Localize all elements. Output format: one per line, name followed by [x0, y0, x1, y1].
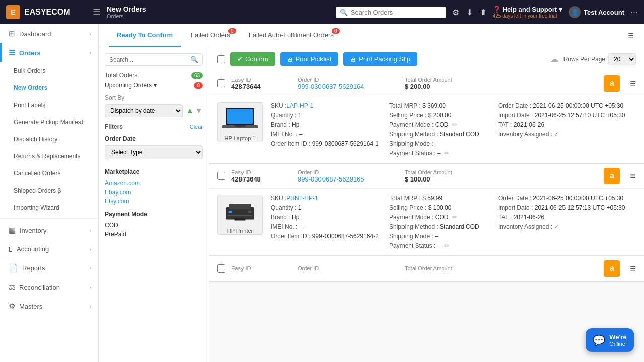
order-2-payment-status: Payment Status : – ✏	[389, 242, 490, 249]
sidebar-item-generate-pickup[interactable]: Generate Pickup Manifest	[0, 114, 98, 131]
order-2-easy-id-value: 42873648	[231, 175, 292, 183]
order-2-selling-price: Selling Price : $ 100.00	[389, 204, 490, 211]
payment-mode-1-edit[interactable]: ✏	[452, 121, 457, 128]
order-2-product-name: HP Printer	[227, 228, 253, 234]
sort-desc-button[interactable]: ▼	[195, 106, 203, 115]
sidebar-item-print-labels[interactable]: Print Labels	[0, 97, 98, 114]
order-1-amount-section: Total Order Amount $ 200.00	[405, 77, 485, 90]
sidebar-item-bulk-orders[interactable]: Bulk Orders	[0, 62, 98, 79]
order-1-amount-label: Total Order Amount	[405, 77, 485, 83]
payment-cod[interactable]: COD	[105, 221, 203, 230]
order-3-checkbox[interactable]	[217, 264, 225, 273]
sidebar-item-reconciliation[interactable]: ⚖ Reconciliation ›	[0, 278, 98, 297]
topbar-more-icon[interactable]: ···	[630, 7, 638, 18]
sidebar-item-cancelled[interactable]: Cancelled Orders	[0, 165, 98, 182]
sidebar-label-reports: Reports	[22, 264, 85, 272]
tabs-menu-icon[interactable]: ≡	[628, 30, 634, 41]
order-1-order-date: Order Date : 2021-06-25 00:00:00 UTC +05…	[498, 102, 625, 109]
order-2-amount-value: $ 100.00	[405, 175, 485, 183]
order-2-menu-icon[interactable]: ≡	[630, 170, 636, 182]
sidebar-label-returns: Returns & Replacements	[14, 153, 91, 160]
sidebar-item-shipped[interactable]: Shipped Orders β	[0, 182, 98, 199]
sidebar-label-importing: Importing Wizard	[14, 204, 91, 211]
order-2-total-mrp: Total MRP : $ 59.99	[389, 195, 490, 202]
print-picklist-button[interactable]: 🖨 Print Picklist	[280, 52, 339, 66]
order-1-selling-price: Selling Price : $ 200.00	[389, 112, 490, 119]
order-1-order-id-link[interactable]: 999-0300687-5629164	[298, 83, 398, 90]
download-icon[interactable]: ⬇	[466, 8, 473, 17]
cloud-icon: ☁	[550, 54, 558, 64]
payment-status-2-edit[interactable]: ✏	[444, 242, 449, 249]
search-input[interactable]	[351, 9, 442, 16]
sidebar-arrow-reconciliation: ›	[89, 284, 91, 290]
sidebar-item-orders[interactable]: ☰ Orders ›	[0, 43, 98, 62]
payment-prepaid[interactable]: PrePaid	[105, 230, 203, 239]
sidebar-item-importing[interactable]: Importing Wizard	[0, 199, 98, 216]
tab-ready-to-confirm[interactable]: Ready To Confirm	[109, 24, 181, 47]
order-2-shipping-mode: Shipping Mode : –	[389, 233, 490, 240]
upload-icon[interactable]: ⬆	[480, 8, 487, 17]
marketplace-amazon[interactable]: Amazon.com	[105, 178, 203, 188]
sort-select[interactable]: Dispatch by date	[105, 104, 183, 117]
order-2-order-id-section: Order ID 999-0300687-5629165	[298, 169, 398, 183]
order-2-quantity: Quantity : 1	[271, 204, 381, 211]
order-1-checkbox[interactable]	[217, 79, 225, 87]
sidebar-item-dashboard[interactable]: ⊞ Dashboard ›	[0, 24, 98, 43]
hamburger-button[interactable]: ☰	[93, 7, 101, 18]
upcoming-orders-toggle[interactable]: Upcoming Orders ▾	[105, 82, 157, 89]
order-date-select[interactable]: Select Type	[105, 145, 203, 159]
sort-asc-button[interactable]: ▲	[186, 106, 194, 115]
payment-status-1-edit[interactable]: ✏	[444, 150, 449, 157]
content-area: 🔍 Total Orders 63 Upcoming Orders ▾ 0 So…	[99, 47, 644, 362]
test-account[interactable]: 👤 Test Account	[569, 6, 624, 18]
orders-panel: ✔ Confirm 🖨 Print Picklist 🖨 Print Packi…	[209, 47, 644, 362]
topbar: E EASYECOM ☰ New Orders Orders 🔍 ⚙ ⬇ ⬆ ❓…	[0, 0, 644, 24]
sidebar-item-label: Dashboard	[19, 30, 85, 38]
filters-header: Filters Clear	[105, 123, 203, 130]
tab-failed-orders[interactable]: Failed Orders 0	[183, 24, 238, 47]
order-1-order-id-section: Order ID 999-0300687-5629164	[298, 77, 398, 90]
rows-per-page: Rows Per Page 2050100	[564, 53, 636, 65]
sort-section: Sort By Dispatch by date ▲ ▼	[105, 94, 203, 117]
tab-failed-auto[interactable]: Failed Auto-Fulfilment Orders 0	[240, 24, 342, 47]
sort-select-row: Dispatch by date ▲ ▼	[105, 104, 203, 117]
order-2-right-col: Order Date : 2021-06-25 00:00:00 UTC +05…	[498, 195, 625, 249]
confirm-button[interactable]: ✔ Confirm	[230, 52, 275, 66]
sidebar-arrow-reports: ›	[89, 265, 91, 271]
filter-search-input[interactable]	[109, 56, 188, 63]
marketplace-ebay[interactable]: Ebay.com	[105, 188, 203, 197]
sidebar-item-accounting[interactable]: ₿ Accounting ›	[0, 240, 98, 258]
filters-clear-button[interactable]: Clear	[190, 124, 203, 130]
help-support[interactable]: ❓ Help and Support ▾ 425 days left in yo…	[493, 6, 562, 19]
marketplace-etsy[interactable]: Etsy.com	[105, 197, 203, 206]
accounting-icon: ₿	[9, 245, 13, 253]
sidebar-arrow-dashboard: ›	[89, 31, 91, 37]
inventory-icon: ▦	[9, 226, 16, 235]
order-1-import-date: Import Date : 2021-06-25 12:57:10 UTC +0…	[498, 112, 625, 119]
order-2-order-id-link[interactable]: 999-0300687-5629165	[298, 175, 398, 183]
order-1-inventory-assigned: Inventory Assigned : ✓	[498, 131, 625, 138]
order-1-menu-icon[interactable]: ≡	[630, 78, 636, 89]
sidebar-item-dispatch-history[interactable]: Dispatch History	[0, 131, 98, 148]
order-2-checkbox[interactable]	[217, 172, 225, 180]
settings-icon[interactable]: ⚙	[452, 8, 459, 17]
dashboard-icon: ⊞	[9, 29, 15, 38]
chat-widget[interactable]: 💬 We're Online!	[586, 328, 634, 352]
masters-icon: ⚙	[9, 302, 15, 311]
sidebar-item-reports[interactable]: 📄 Reports ›	[0, 258, 98, 278]
sidebar-item-masters[interactable]: ⚙ Masters ›	[0, 297, 98, 316]
select-all-checkbox[interactable]	[217, 55, 225, 63]
rows-per-page-select[interactable]: 2050100	[608, 53, 636, 65]
sidebar-item-new-orders[interactable]: New Orders	[0, 79, 98, 97]
print-packing-slip-button[interactable]: 🖨 Print Packing Slip	[343, 52, 417, 66]
sidebar-item-returns[interactable]: Returns & Replacements	[0, 148, 98, 165]
payment-mode-label: Payment Mode	[105, 211, 203, 218]
order-1-imei: IMEI No. : –	[271, 131, 381, 138]
order-1-body: HP Laptop 1 SKU :LAP-HP-1 Quantity :	[209, 96, 644, 163]
order-2-order-date: Order Date : 2021-06-25 00:00:00 UTC +05…	[498, 195, 625, 202]
order-2-body: HP Printer SKU :PRNT-HP-1 Quantity :	[209, 189, 644, 255]
order-3-menu-icon[interactable]: ≡	[630, 263, 636, 275]
order-1-middle-col: Total MRP : $ 369.00 Selling Price : $ 2…	[389, 102, 490, 157]
sidebar-item-inventory[interactable]: ▦ Inventory ›	[0, 221, 98, 240]
payment-mode-2-edit[interactable]: ✏	[452, 214, 457, 221]
